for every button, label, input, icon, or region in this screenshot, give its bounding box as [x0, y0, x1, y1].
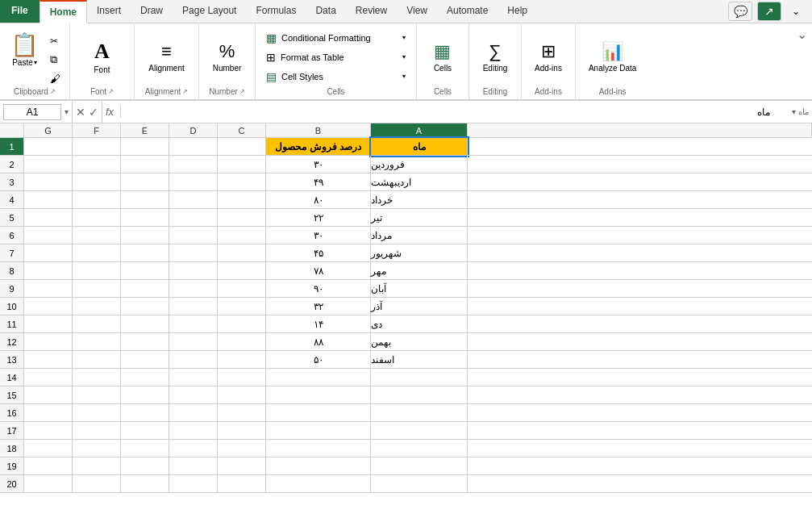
cell-D11[interactable] — [169, 315, 218, 333]
row-num-10[interactable]: 10 — [0, 298, 23, 315]
addins-button[interactable]: ⊞ Add-ins — [528, 38, 568, 76]
formula-cancel-icon[interactable]: ✕ — [76, 106, 85, 119]
cell-G5[interactable] — [24, 209, 73, 227]
cell-G6[interactable] — [24, 227, 73, 244]
row-num-9[interactable]: 9 — [0, 280, 23, 298]
cell-rest-1[interactable] — [468, 138, 812, 156]
cell-C10[interactable] — [218, 298, 266, 315]
cell-E8[interactable] — [121, 262, 169, 280]
col-header-G[interactable]: G — [24, 123, 73, 137]
cell-E7[interactable] — [121, 244, 169, 262]
font-expand-icon[interactable]: ↗ — [108, 88, 114, 95]
cell-G4[interactable] — [24, 191, 73, 209]
cell-rest-13[interactable] — [468, 351, 812, 369]
cell-C12[interactable] — [218, 333, 266, 351]
row-num-2[interactable]: 2 — [0, 156, 23, 173]
cell-A4[interactable]: خرداد — [371, 191, 468, 209]
font-button[interactable]: A Font — [86, 36, 117, 78]
cell-rest-9[interactable] — [468, 280, 812, 298]
name-box-dropdown-icon[interactable]: ▾ — [65, 107, 69, 116]
tab-data[interactable]: Data — [306, 0, 345, 23]
cell-B5[interactable]: ۲۲ — [266, 209, 371, 227]
cell-C2[interactable] — [218, 156, 266, 173]
tab-view[interactable]: View — [397, 0, 437, 23]
col-header-F[interactable]: F — [73, 123, 121, 137]
col-header-C[interactable]: C — [218, 123, 266, 137]
cell-E9[interactable] — [121, 280, 169, 298]
cells-button[interactable]: ▦ Cells — [427, 38, 458, 76]
row-num-5[interactable]: 5 — [0, 209, 23, 227]
number-expand-icon[interactable]: ↗ — [239, 88, 245, 95]
alignment-expand-icon[interactable]: ↗ — [182, 88, 188, 95]
row-num-12[interactable]: 12 — [0, 333, 23, 351]
cell-F5[interactable] — [73, 209, 121, 227]
editing-button[interactable]: ∑ Editing — [477, 38, 514, 76]
cell-rest-2[interactable] — [468, 156, 812, 173]
format-painter-button[interactable]: 🖌 — [46, 70, 65, 87]
cell-B8[interactable]: ۷۸ — [266, 262, 371, 280]
row-num-19[interactable]: 19 — [0, 457, 23, 475]
cell-D5[interactable] — [169, 209, 218, 227]
tab-page-layout[interactable]: Page Layout — [173, 0, 246, 23]
cell-E4[interactable] — [121, 191, 169, 209]
cell-E12[interactable] — [121, 333, 169, 351]
row-num-20[interactable]: 20 — [0, 475, 23, 493]
cell-D7[interactable] — [169, 244, 218, 262]
cell-A12[interactable]: بهمن — [371, 333, 468, 351]
row-num-17[interactable]: 17 — [0, 422, 23, 440]
cell-E11[interactable] — [121, 315, 169, 333]
cell-F11[interactable] — [73, 315, 121, 333]
cell-styles-button[interactable]: ▤ Cell Styles ▾ — [262, 68, 410, 86]
cell-A11[interactable]: دی — [371, 315, 468, 333]
cut-button[interactable]: ✂ — [46, 33, 65, 49]
row-num-4[interactable]: 4 — [0, 191, 23, 209]
cell-F6[interactable] — [73, 227, 121, 244]
cell-E10[interactable] — [121, 298, 169, 315]
cell-rest-4[interactable] — [468, 191, 812, 209]
cell-D13[interactable] — [169, 351, 218, 369]
cell-A2[interactable]: فروردین — [371, 156, 468, 173]
formula-confirm-icon[interactable]: ✓ — [89, 106, 98, 119]
tab-file[interactable]: File — [0, 0, 40, 23]
cell-G11[interactable] — [24, 315, 73, 333]
cell-F12[interactable] — [73, 333, 121, 351]
cell-F4[interactable] — [73, 191, 121, 209]
cell-E2[interactable] — [121, 156, 169, 173]
cell-B13[interactable]: ۵۰ — [266, 351, 371, 369]
row-num-18[interactable]: 18 — [0, 440, 23, 457]
cell-G1[interactable] — [24, 138, 73, 156]
tab-home[interactable]: Home — [40, 0, 87, 23]
clipboard-expand-icon[interactable]: ↗ — [50, 88, 56, 95]
ribbon-collapse-icon[interactable]: ⌄ — [786, 2, 806, 21]
cell-E13[interactable] — [121, 351, 169, 369]
cell-C6[interactable] — [218, 227, 266, 244]
tab-review[interactable]: Review — [346, 0, 397, 23]
col-header-A[interactable]: A — [371, 123, 468, 137]
cell-G2[interactable] — [24, 156, 73, 173]
cell-G10[interactable] — [24, 298, 73, 315]
col-header-E[interactable]: E — [121, 123, 169, 137]
cell-rest-10[interactable] — [468, 298, 812, 315]
cell-rest-11[interactable] — [468, 315, 812, 333]
cell-D8[interactable] — [169, 262, 218, 280]
cell-D10[interactable] — [169, 298, 218, 315]
cell-B12[interactable]: ۸۸ — [266, 333, 371, 351]
paste-button[interactable]: 📋 Paste ▾ — [5, 30, 44, 71]
cell-D4[interactable] — [169, 191, 218, 209]
tab-formulas[interactable]: Formulas — [246, 0, 306, 23]
tab-help[interactable]: Help — [498, 0, 537, 23]
cell-G9[interactable] — [24, 280, 73, 298]
cell-B1[interactable]: درصد فروش محصول — [266, 138, 371, 156]
cell-rest-7[interactable] — [468, 244, 812, 262]
row-num-8[interactable]: 8 — [0, 262, 23, 280]
cell-A3[interactable]: اردیبهشت — [371, 173, 468, 191]
row-num-1[interactable]: 1 — [0, 138, 23, 156]
copy-button[interactable]: ⧉ — [46, 51, 65, 69]
cell-A7[interactable]: شهریور — [371, 244, 468, 262]
number-button[interactable]: % Number — [206, 38, 248, 76]
name-box[interactable] — [3, 104, 61, 120]
cell-C8[interactable] — [218, 262, 266, 280]
cell-G8[interactable] — [24, 262, 73, 280]
col-header-D[interactable]: D — [169, 123, 218, 137]
alignment-button[interactable]: ≡ Alignment — [142, 38, 190, 76]
